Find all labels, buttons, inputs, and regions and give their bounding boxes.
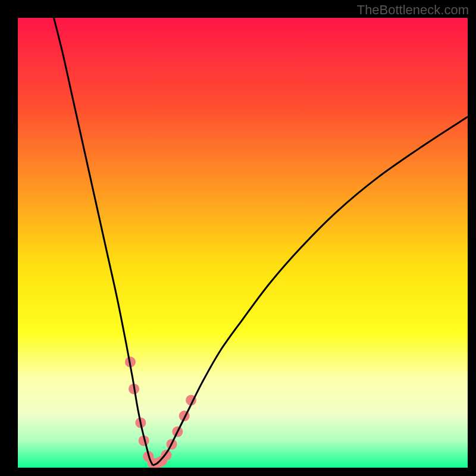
curve-right-branch <box>153 117 468 465</box>
watermark-text: TheBottleneck.com <box>357 2 469 18</box>
curve-layer <box>18 18 468 468</box>
curve-left-branch <box>54 18 152 465</box>
plot-area <box>18 18 468 468</box>
highlight-dots <box>125 356 196 468</box>
chart-frame: TheBottleneck.com <box>0 0 476 476</box>
